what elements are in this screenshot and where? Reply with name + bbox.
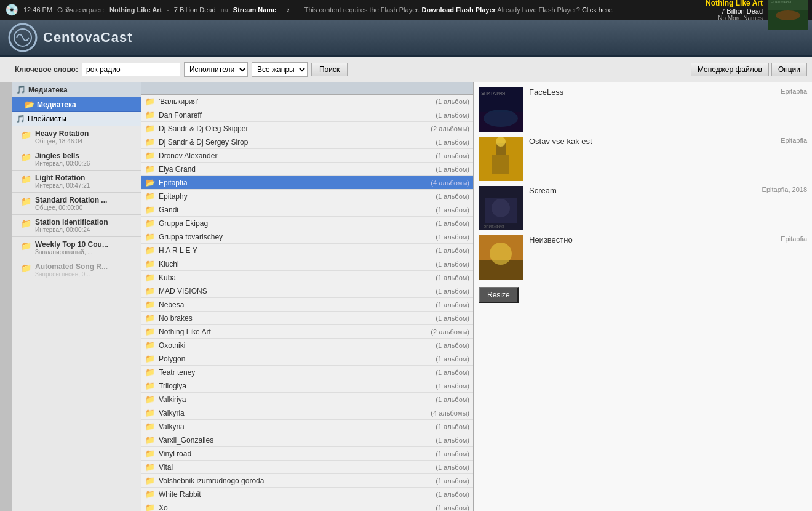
artist-row[interactable]: 📁 Varxil_Gonzalies (1 альбом) bbox=[141, 433, 473, 447]
artist-name: Epitapfia bbox=[159, 179, 431, 187]
playlist-item[interactable]: 📁 Standard Rotation ... Общее, 00:00:00 bbox=[12, 193, 141, 215]
artist-name: Gandi bbox=[159, 206, 436, 214]
album-count: (1 альбом) bbox=[436, 193, 469, 200]
topbar-time: 12:46 PM bbox=[23, 6, 52, 14]
artist-row[interactable]: 📁 Vital (1 альбом) bbox=[141, 461, 473, 474]
artist-row[interactable]: 📁 Kluchi (1 альбом) bbox=[141, 257, 473, 271]
album-count: (1 альбом) bbox=[436, 152, 469, 159]
artist-row[interactable]: 📁 Polygon (1 альбом) bbox=[141, 352, 473, 366]
artist-row[interactable]: 📁 Valkyria (1 альбом) bbox=[141, 420, 473, 433]
playlist-folder-icon: 📁 bbox=[21, 196, 31, 206]
artist-folder-icon: 📁 bbox=[145, 408, 155, 417]
album-count: (1 альбом) bbox=[436, 396, 469, 403]
artist-row[interactable]: 📁 Valkiriya (1 альбом) bbox=[141, 393, 473, 406]
artist-folder-icon: 📁 bbox=[145, 259, 155, 268]
artist-row[interactable]: 📁 Dronov Alexander (1 альбом) bbox=[141, 149, 473, 163]
artist-folder-icon: 📁 bbox=[145, 191, 155, 201]
artist-row[interactable]: 📁 'Валькирия' (1 альбом) bbox=[141, 95, 473, 108]
genre-dropdown[interactable]: Все жанры Рок Поп Металл bbox=[252, 62, 308, 77]
artist-row[interactable]: 📁 No brakes (1 альбом) bbox=[141, 312, 473, 325]
file-manager-button[interactable]: Менеджер файлов bbox=[691, 63, 769, 76]
artist-name: Valkiriya bbox=[159, 395, 436, 404]
resize-button[interactable]: Resize bbox=[479, 287, 519, 303]
artist-folder-icon: 📁 bbox=[145, 435, 155, 445]
playlist-item[interactable]: 📁 Weekly Top 10 Cou... Запланированый, .… bbox=[12, 237, 141, 259]
album-count: (4 альбомы) bbox=[431, 409, 469, 417]
artist-row[interactable]: 📁 Nothing Like Art (2 альбомы) bbox=[141, 325, 473, 339]
artist-folder-icon: 📁 bbox=[145, 151, 155, 160]
artist-row[interactable]: 📁 Epitaphy (1 альбом) bbox=[141, 190, 473, 203]
artist-row[interactable]: 📁 MAD VISIONS (1 альбом) bbox=[141, 284, 473, 298]
artist-folder-icon: 📁 bbox=[145, 340, 155, 350]
playlist-item[interactable]: 📁 Light Rotation Интервал, 00:47:21 bbox=[12, 171, 141, 193]
topbar-click-here[interactable]: Click here. bbox=[582, 6, 614, 14]
album-count: (1 альбом) bbox=[436, 139, 469, 146]
artist-row[interactable]: 📂 Epitapfia (4 альбомы) bbox=[141, 176, 473, 190]
artist-row[interactable]: 📁 Dj Sandr & Dj Sergey Sirop (1 альбом) bbox=[141, 135, 473, 149]
playlist-folder-icon: 📁 bbox=[21, 263, 31, 273]
album-count: (1 альбом) bbox=[436, 477, 469, 485]
album-count: (1 альбом) bbox=[436, 437, 469, 444]
artist-row[interactable]: 📁 Vinyl road (1 альбом) bbox=[141, 447, 473, 461]
artist-row[interactable]: 📁 Dan Fonareff (1 альбом) bbox=[141, 108, 473, 122]
playlist-name: Jingles bells bbox=[35, 151, 90, 160]
artist-row[interactable]: 📁 Dj Sandr & Dj Oleg Skipper (2 альбомы) bbox=[141, 122, 473, 135]
artist-row[interactable]: 📁 Xo (1 альбом) bbox=[141, 501, 473, 511]
album-label: Epitapfia, 2018 bbox=[762, 186, 807, 193]
playlist-item[interactable]: 📁 Station identification Интервал, 00:00… bbox=[12, 215, 141, 237]
playlists-section[interactable]: 🎵 Плейлисты bbox=[12, 112, 141, 126]
options-button[interactable]: Опции bbox=[771, 63, 807, 76]
artist-row[interactable]: 📁 Elya Grand (1 альбом) bbox=[141, 163, 473, 176]
artist-row[interactable]: 📁 Oxotniki (1 альбом) bbox=[141, 339, 473, 352]
album-entry[interactable]: Ostav vse kak est Epitapfia bbox=[479, 137, 807, 181]
artist-row[interactable]: 📁 Gruppa Ekipag (1 альбом) bbox=[141, 217, 473, 230]
search-button[interactable]: Поиск bbox=[311, 63, 348, 76]
artist-row[interactable]: 📁 Volshebnik izumrudnogo goroda (1 альбо… bbox=[141, 474, 473, 488]
media-library-section[interactable]: 🎵 Медиатека bbox=[12, 82, 141, 97]
search-input[interactable] bbox=[82, 63, 180, 76]
album-title: Неизвестно bbox=[529, 235, 573, 244]
playlist-item[interactable]: 📁 Automated Song R... Запросы песен, 0..… bbox=[12, 259, 141, 281]
artist-name: Valkyria bbox=[159, 422, 436, 431]
playlist-item[interactable]: 📁 Heavy Rotation Общее, 18:46:04 bbox=[12, 126, 141, 148]
artist-row[interactable]: 📁 Teatr teney (1 альбом) bbox=[141, 366, 473, 379]
playlist-folder-icon: 📁 bbox=[21, 130, 31, 140]
album-entry[interactable]: ЭПИТАФИЯ Scream Epitapfia, 2018 bbox=[479, 186, 807, 230]
np-track: Nothing Like Art bbox=[706, 0, 763, 7]
artist-row[interactable]: 📁 H A R L E Y (1 альбом) bbox=[141, 244, 473, 257]
performer-dropdown[interactable]: Исполнители Альбомы Треки bbox=[184, 62, 248, 77]
album-label: Epitapfia bbox=[781, 87, 807, 95]
artist-row[interactable]: 📁 Nebesa (1 альбом) bbox=[141, 298, 473, 312]
logo-icon bbox=[7, 22, 38, 53]
topbar-separator: - bbox=[167, 6, 169, 14]
album-count: (1 альбом) bbox=[436, 233, 469, 241]
artist-row[interactable]: 📁 Valkyria (4 альбомы) bbox=[141, 406, 473, 420]
artist-folder-icon: 📁 bbox=[145, 462, 155, 472]
topbar-right: Nothing Like Art 7 Billion Dead No More … bbox=[706, 0, 807, 30]
artist-folder-icon: 📁 bbox=[145, 327, 155, 336]
artist-folder-icon: 📁 bbox=[145, 137, 155, 147]
album-count: (1 альбом) bbox=[436, 423, 469, 430]
artist-row[interactable]: 📁 Kuba (1 альбом) bbox=[141, 271, 473, 284]
artist-folder-icon: 📁 bbox=[145, 489, 155, 499]
artist-row[interactable]: 📁 Trilogiya (1 альбом) bbox=[141, 379, 473, 393]
playlist-folder-icon: 📁 bbox=[21, 241, 31, 251]
artist-name: Trilogiya bbox=[159, 382, 436, 390]
artist-name: Kluchi bbox=[159, 260, 436, 268]
artist-folder-icon: 📂 bbox=[145, 178, 155, 187]
artist-row[interactable]: 📁 Gruppa tovarischey (1 альбом) bbox=[141, 230, 473, 244]
playlist-sub: Общее, 18:46:04 bbox=[35, 138, 89, 145]
album-list: ЭПИТАФИЯ FaceLess Epitapfia Ostav vse ka… bbox=[479, 87, 807, 280]
album-count: (1 альбом) bbox=[436, 98, 469, 105]
playlist-item[interactable]: 📁 Jingles bells Интервал, 00:00:26 bbox=[12, 148, 141, 171]
topbar-artist: 7 Billion Dead bbox=[174, 6, 216, 14]
topbar-download-link[interactable]: Download Flash Player bbox=[421, 6, 495, 14]
topbar-music-icon: ♪ bbox=[286, 6, 290, 14]
album-count: (1 альбом) bbox=[436, 342, 469, 349]
album-entry[interactable]: ЭПИТАФИЯ FaceLess Epitapfia bbox=[479, 87, 807, 132]
music-disc-icon: 💿 bbox=[5, 3, 18, 17]
artist-row[interactable]: 📁 White Rabbit (1 альбом) bbox=[141, 488, 473, 501]
album-entry[interactable]: Неизвестно Epitapfia bbox=[479, 235, 807, 280]
media-library-item[interactable]: 📂 Медиатека bbox=[12, 97, 141, 112]
artist-row[interactable]: 📁 Gandi (1 альбом) bbox=[141, 203, 473, 217]
